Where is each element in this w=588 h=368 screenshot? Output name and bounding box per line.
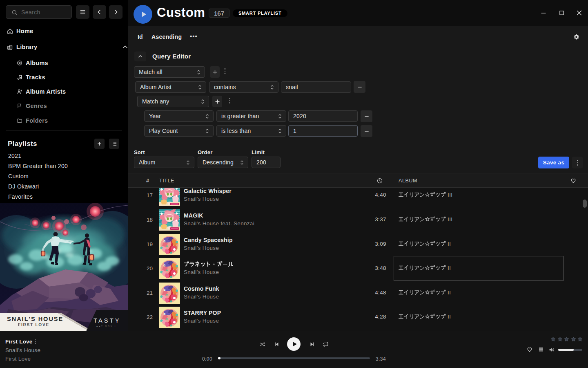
svg-text:SNAIL'S HOUSE: SNAIL'S HOUSE (7, 316, 63, 322)
svg-text:FIRST LOVE: FIRST LOVE (18, 323, 49, 327)
svg-text:■■T.ΠΠX I: ■■T.ΠΠX I (96, 325, 116, 328)
svg-text:TASTY: TASTY (94, 317, 121, 324)
